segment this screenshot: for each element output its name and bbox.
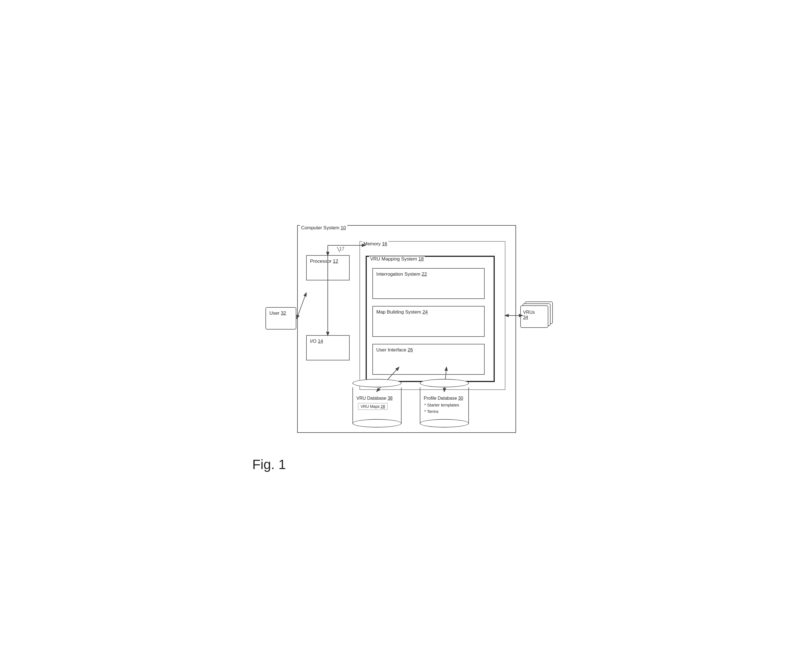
vrus-id: 34: [523, 315, 528, 320]
arrow-17-label: 17: [339, 246, 344, 251]
computer-system-box: Computer System 10 Processor 12 I/O 14 M…: [297, 225, 516, 433]
vru-db-bottom: [352, 419, 401, 427]
map-building-text: Map Building System: [376, 309, 421, 315]
profile-db-bullet1: * Starter templates: [423, 403, 466, 407]
vru-db-id: 38: [388, 396, 393, 400]
vrus-text: VRUs: [523, 310, 535, 315]
profile-db-content: Profile Database 30 * Starter templates …: [420, 387, 468, 416]
user-interface-label: User Interface 26: [376, 347, 413, 353]
vru-maps-label: VRU Maps: [361, 404, 380, 409]
user-box: User 32: [265, 307, 296, 330]
memory-id: 16: [382, 241, 387, 246]
profile-db-bullet2: * Terms: [423, 409, 466, 414]
vrus-container: VRUs 34: [520, 301, 553, 330]
figure-label: Fig. 1: [252, 457, 286, 472]
vru-db-label-text: VRU Database: [356, 396, 386, 400]
io-id: 14: [318, 338, 323, 344]
vru-mapping-box: VRU Mapping System 18 Interrogation Syst…: [365, 256, 495, 382]
processor-id: 12: [333, 259, 338, 264]
interrogation-text: Interrogation System: [376, 272, 420, 277]
map-building-label: Map Building System 24: [376, 309, 428, 315]
vru-mapping-label: VRU Mapping System 18: [369, 256, 425, 262]
page: Computer System 10 Processor 12 I/O 14 M…: [275, 217, 527, 455]
profile-db-label-text: Profile Database: [424, 396, 457, 400]
memory-label: Memory 16: [362, 241, 388, 247]
computer-system-id: 10: [341, 225, 346, 230]
vru-mapping-text: VRU Mapping System: [370, 256, 417, 262]
vrus-label: VRUs 34: [523, 310, 535, 320]
user-text: User: [269, 311, 280, 316]
processor-box: Processor 12: [306, 255, 350, 280]
computer-system-text: Computer System: [301, 225, 339, 230]
vru-maps-box: VRU Maps 28: [358, 403, 388, 410]
vrus-card-front: VRUs 34: [520, 305, 548, 328]
profile-db-id: 30: [458, 396, 463, 400]
io-box: I/O 14: [306, 335, 350, 360]
io-label: I/O 14: [310, 338, 323, 344]
vru-mapping-id: 18: [419, 256, 424, 262]
processor-label: Processor 12: [310, 259, 338, 264]
io-text: I/O: [310, 338, 317, 344]
vru-db-label: VRU Database 38: [355, 396, 399, 401]
interrogation-id: 22: [422, 272, 427, 277]
label-17-tick: [337, 247, 340, 253]
profile-db-top: [420, 379, 469, 387]
interrogation-box: Interrogation System 22: [372, 268, 485, 299]
vru-db-body: VRU Database 38 VRU Maps 28: [352, 387, 401, 424]
processor-text: Processor: [310, 259, 332, 264]
map-building-box: Map Building System 24: [372, 306, 485, 337]
profile-db-label: Profile Database 30: [423, 396, 466, 401]
user-id: 32: [281, 311, 286, 316]
user-processor-arrow: [297, 293, 306, 318]
user-interface-box: User Interface 26: [372, 344, 485, 375]
figure-label-text: Fig. 1: [252, 457, 286, 472]
user-interface-id: 26: [408, 347, 413, 353]
computer-system-label: Computer System 10: [300, 225, 347, 231]
vru-db-content: VRU Database 38 VRU Maps 28: [353, 387, 401, 413]
vru-database: VRU Database 38 VRU Maps 28: [352, 379, 401, 424]
profile-db-cylinder: Profile Database 30 * Starter templates …: [420, 379, 469, 424]
memory-text: Memory: [364, 241, 380, 246]
interrogation-label: Interrogation System 22: [376, 272, 427, 277]
vru-db-cylinder: VRU Database 38 VRU Maps 28: [352, 379, 401, 424]
memory-box: Memory 16 VRU Mapping System 18 Interrog…: [359, 241, 505, 390]
vru-maps-id: 28: [381, 404, 385, 409]
profile-db-body: Profile Database 30 * Starter templates …: [420, 387, 469, 424]
user-label: User 32: [269, 311, 286, 316]
map-building-id: 24: [422, 309, 428, 315]
profile-database: Profile Database 30 * Starter templates …: [420, 379, 469, 424]
profile-db-bottom: [420, 419, 469, 427]
user-interface-text: User Interface: [376, 347, 406, 353]
vru-db-top: [352, 379, 401, 387]
